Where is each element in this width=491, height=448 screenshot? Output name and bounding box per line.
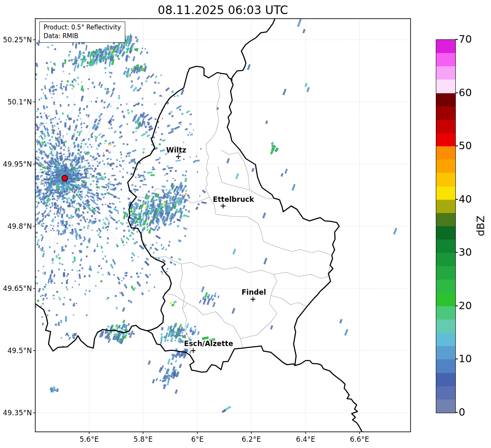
y-tick-label: 49.95°N bbox=[0, 160, 32, 169]
colorbar-unit-label: dBZ bbox=[475, 216, 487, 236]
colorbar-tick-label: 70 bbox=[459, 33, 472, 46]
colorbar-segment bbox=[436, 160, 455, 173]
colorbar-tick-mark bbox=[455, 39, 458, 40]
x-tick-label: 6.4°E bbox=[287, 435, 324, 443]
radar-figure: 08.11.2025 06:03 UTC Product: 0.5° Refle… bbox=[0, 0, 491, 448]
colorbar-tick-label: 40 bbox=[459, 193, 472, 206]
colorbar-tick-label: 30 bbox=[459, 246, 472, 259]
colorbar-segment bbox=[436, 240, 455, 253]
city-label: Wiltz bbox=[166, 146, 186, 154]
x-tick-label: 6.6°E bbox=[341, 435, 378, 443]
colorbar-segment bbox=[436, 186, 455, 200]
colorbar-tick-mark bbox=[455, 199, 458, 200]
colorbar-segment bbox=[436, 359, 455, 373]
colorbar-segment bbox=[436, 280, 455, 293]
colorbar-segment bbox=[436, 400, 455, 413]
colorbar-segment bbox=[436, 253, 455, 266]
radar-map-canvas bbox=[0, 0, 491, 448]
y-tick-label: 49.5°N bbox=[0, 346, 32, 355]
city-label: Ettelbruck bbox=[213, 195, 254, 203]
colorbar-tick-label: 0 bbox=[459, 406, 465, 419]
colorbar-segment bbox=[436, 266, 455, 279]
x-tick-label: 5.8°E bbox=[124, 435, 162, 443]
colorbar-segment bbox=[436, 306, 455, 320]
colorbar-tick-label: 50 bbox=[459, 140, 472, 152]
colorbar-tick-mark bbox=[455, 145, 458, 146]
colorbar-segment bbox=[436, 133, 455, 146]
colorbar-segment bbox=[436, 93, 455, 107]
product-info-line1: Product: 0.5° Reflectivity bbox=[44, 23, 121, 32]
product-info-line2: Data: RMIB bbox=[44, 32, 121, 41]
y-tick-label: 50.1°N bbox=[0, 97, 32, 107]
colorbar-segment bbox=[436, 40, 455, 53]
y-tick-label: 49.35°N bbox=[0, 408, 32, 417]
figure-title: 08.11.2025 06:03 UTC bbox=[35, 3, 411, 17]
colorbar-segment bbox=[436, 146, 455, 160]
colorbar-segment bbox=[436, 386, 455, 400]
y-tick-label: 49.65°N bbox=[0, 284, 32, 293]
colorbar-segment bbox=[436, 293, 455, 306]
city-label: Esch/Alzette bbox=[184, 339, 233, 348]
colorbar-gradient bbox=[436, 39, 456, 413]
colorbar-segment bbox=[436, 80, 455, 93]
y-tick-label: 50.25°N bbox=[0, 35, 32, 44]
colorbar-tick-label: 10 bbox=[459, 353, 472, 365]
colorbar-segment bbox=[436, 226, 455, 240]
colorbar-segment bbox=[436, 173, 455, 186]
colorbar-tick-mark bbox=[455, 358, 458, 359]
colorbar-tick-mark bbox=[455, 305, 458, 306]
colorbar-segment bbox=[436, 53, 455, 66]
colorbar-segment bbox=[436, 120, 455, 133]
colorbar-segment bbox=[436, 66, 455, 80]
colorbar-tick-label: 60 bbox=[459, 87, 472, 99]
colorbar-segment bbox=[436, 200, 455, 213]
colorbar-tick-mark bbox=[455, 412, 458, 413]
colorbar-tick-label: 20 bbox=[459, 300, 472, 312]
x-tick-label: 6.2°E bbox=[233, 435, 270, 443]
x-tick-label: 5.6°E bbox=[70, 435, 108, 443]
colorbar-segment bbox=[436, 213, 455, 226]
y-tick-label: 49.8°N bbox=[0, 222, 32, 231]
colorbar-segment bbox=[436, 346, 455, 359]
city-label: Findel bbox=[241, 288, 266, 296]
product-info-box: Product: 0.5° Reflectivity Data: RMIB bbox=[39, 22, 125, 43]
colorbar-segment bbox=[436, 373, 455, 386]
colorbar-segment bbox=[436, 320, 455, 333]
colorbar-tick-mark bbox=[455, 92, 458, 93]
colorbar-segment bbox=[436, 333, 455, 346]
colorbar-segment bbox=[436, 107, 455, 120]
colorbar-tick-mark bbox=[455, 252, 458, 253]
x-tick-label: 6°E bbox=[179, 435, 216, 443]
